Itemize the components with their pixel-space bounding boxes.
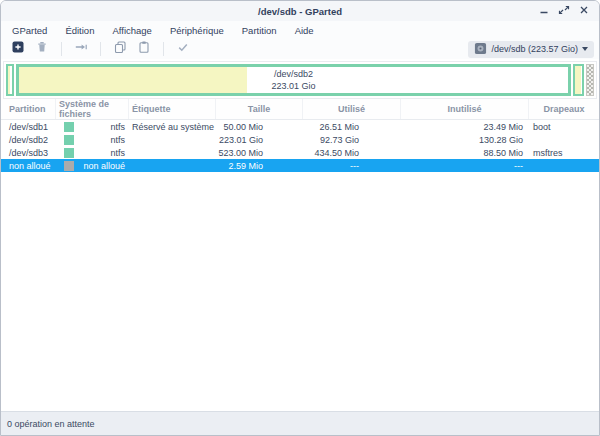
used-space-fill	[575, 66, 581, 94]
new-partition-button[interactable]	[6, 40, 30, 58]
minimize-icon	[538, 2, 550, 20]
filesystem-name: ntfs	[110, 135, 125, 145]
cell-filesystem: ntfs	[56, 122, 129, 132]
menu-partition[interactable]: Partition	[233, 25, 286, 36]
cell-partition: /dev/sdb1	[1, 122, 56, 132]
device-selector[interactable]: /dev/sdb (223.57 Gio)	[468, 41, 594, 58]
menu-peripherique[interactable]: Périphérique	[161, 25, 233, 36]
filesystem-color-swatch	[64, 135, 74, 145]
cell-used: ---	[303, 161, 401, 171]
pending-operations-text: 0 opération en attente	[7, 419, 95, 429]
partition-graphic-sdb2[interactable]: /dev/sdb2 223.01 Gio	[16, 64, 571, 96]
resize-move-button[interactable]	[69, 40, 93, 58]
cell-used: 434.50 Mio	[303, 148, 401, 158]
partition-table-header: Partition Système de fichiers Étiquette …	[1, 99, 599, 120]
cell-size: 523.00 Mio	[216, 148, 303, 158]
menu-affichage[interactable]: Affichage	[103, 25, 160, 36]
partition-graphic-unallocated[interactable]	[586, 64, 594, 96]
paste-partition-button[interactable]	[132, 40, 156, 58]
cell-used: 26.51 Mio	[303, 122, 401, 132]
cell-flags: msftres	[529, 148, 599, 158]
disk-graphic: /dev/sdb2 223.01 Gio	[3, 61, 597, 99]
menu-aide[interactable]: Aide	[286, 25, 323, 36]
cell-unused: 88.50 Mio	[401, 148, 529, 158]
used-space-fill	[8, 66, 10, 94]
cell-size: 2.59 Mio	[216, 161, 303, 171]
filesystem-color-swatch	[64, 122, 74, 132]
filesystem-color-swatch	[64, 161, 74, 171]
paste-icon	[137, 40, 151, 58]
table-row-sdb2[interactable]: /dev/sdb2 ntfs 223.01 Gio 92.73 Gio 130.…	[1, 133, 599, 146]
column-header-used: Utilisé	[303, 99, 401, 119]
filesystem-color-swatch	[64, 148, 74, 158]
empty-content-area	[1, 172, 599, 411]
cell-partition: /dev/sdb3	[1, 148, 56, 158]
gparted-window: /dev/sdb - GParted	[0, 0, 600, 436]
toolbar-separator	[61, 42, 62, 56]
cell-filesystem: ntfs	[56, 148, 129, 158]
filesystem-name: ntfs	[110, 148, 125, 158]
window-title: /dev/sdb - GParted	[1, 6, 599, 17]
partition-name: /dev/sdb2	[274, 68, 313, 80]
table-row-sdb1[interactable]: /dev/sdb1 ntfs Réservé au système 50.00 …	[1, 120, 599, 133]
table-row-unallocated[interactable]: non alloué non alloué 2.59 Mio --- ---	[1, 159, 599, 172]
filesystem-name: non alloué	[83, 161, 125, 171]
menu-edition[interactable]: Édition	[56, 25, 103, 36]
cell-size: 50.00 Mio	[216, 122, 303, 132]
column-header-filesystem: Système de fichiers	[56, 99, 129, 119]
status-bar: 0 opération en attente	[1, 411, 599, 435]
partition-size: 223.01 Gio	[271, 80, 315, 92]
cell-unused: 130.28 Gio	[401, 135, 529, 145]
document-new-icon	[11, 40, 25, 58]
trash-icon	[35, 40, 49, 58]
window-controls	[538, 5, 599, 17]
cell-label: Réservé au système	[129, 122, 216, 132]
partition-graphic-label: /dev/sdb2 223.01 Gio	[19, 67, 568, 93]
cell-unused: 23.49 Mio	[401, 122, 529, 132]
copy-partition-button[interactable]	[108, 40, 132, 58]
column-header-flags: Drapeaux	[529, 99, 599, 119]
toolbar: /dev/sdb (223.57 Gio)	[1, 39, 599, 59]
close-icon	[578, 2, 590, 20]
checkmark-icon	[176, 40, 190, 58]
cell-partition: non alloué	[1, 161, 56, 171]
close-button[interactable]	[578, 5, 590, 17]
toolbar-separator	[100, 42, 101, 56]
table-row-sdb3[interactable]: /dev/sdb3 ntfs 523.00 Mio 434.50 Mio 88.…	[1, 146, 599, 159]
column-header-label: Étiquette	[129, 99, 216, 119]
partition-table-body: /dev/sdb1 ntfs Réservé au système 50.00 …	[1, 120, 599, 172]
delete-partition-button[interactable]	[30, 40, 54, 58]
minimize-button[interactable]	[538, 5, 550, 17]
cell-partition: /dev/sdb2	[1, 135, 56, 145]
menu-bar: GParted Édition Affichage Périphérique P…	[1, 21, 599, 39]
partition-graphic-sdb1[interactable]	[6, 64, 14, 96]
partition-graphic-sdb3[interactable]	[573, 64, 584, 96]
cell-flags: boot	[529, 122, 599, 132]
restore-button[interactable]	[558, 5, 570, 17]
cell-used: 92.73 Gio	[303, 135, 401, 145]
copy-icon	[113, 40, 127, 58]
toolbar-separator	[163, 42, 164, 56]
column-header-unused: Inutilisé	[401, 99, 529, 119]
menu-gparted[interactable]: GParted	[3, 25, 56, 36]
device-selector-value: /dev/sdb (223.57 Gio)	[491, 44, 578, 54]
arrow-right-icon	[74, 40, 88, 58]
cell-filesystem: non alloué	[56, 161, 129, 171]
disk-icon	[474, 42, 487, 57]
cell-unused: ---	[401, 161, 529, 171]
column-header-size: Taille	[216, 99, 303, 119]
chevron-down-icon	[582, 47, 588, 51]
cell-filesystem: ntfs	[56, 135, 129, 145]
title-bar: /dev/sdb - GParted	[1, 1, 599, 21]
column-header-partition: Partition	[1, 99, 56, 119]
cell-size: 223.01 Gio	[216, 135, 303, 145]
restore-icon	[558, 2, 570, 20]
apply-operations-button[interactable]	[171, 40, 195, 58]
filesystem-name: ntfs	[110, 122, 125, 132]
